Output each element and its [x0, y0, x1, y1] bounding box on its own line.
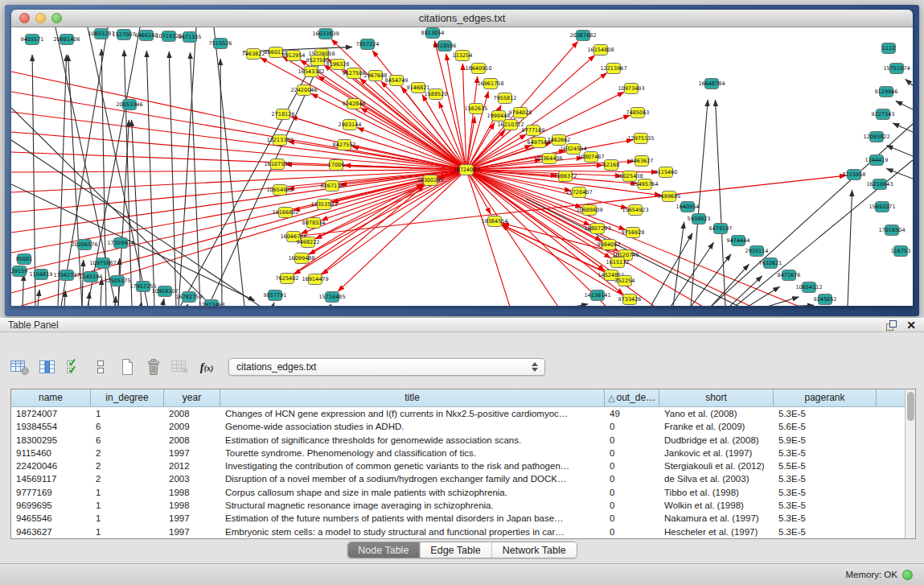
graph-node-label: 7955812 [494, 95, 517, 101]
table-toolbar: f(x) [10, 355, 216, 379]
graph-node-label: 6671355 [179, 34, 202, 40]
graph-edge [58, 55, 67, 306]
graph-node-label: 7986372 [554, 173, 577, 179]
vertical-scrollbar[interactable] [905, 389, 915, 538]
graph-node-label: 5938923 [688, 216, 711, 222]
graph-edge [466, 170, 510, 306]
delete-icon[interactable] [144, 356, 163, 377]
table-row[interactable]: 946554611997Estimation of the future num… [11, 512, 905, 525]
table-cell: 2008 [164, 407, 220, 420]
table-cell: 2008 [164, 434, 220, 447]
close-panel-icon[interactable]: ✕ [906, 319, 916, 332]
graph-node-label: 12505175 [104, 278, 130, 284]
table-select[interactable]: citations_edges.txt [228, 358, 545, 376]
graph-node-label: 85081 [16, 256, 33, 262]
table-row[interactable]: 1456911722003Disruption of a novel membe… [11, 472, 905, 485]
table-row[interactable]: 946362711997Embryonic stem cells: a mode… [11, 525, 905, 538]
table-row[interactable]: 969969511998Structural magnetic resonanc… [11, 499, 905, 512]
graph-edge [190, 52, 200, 306]
graph-edge [848, 190, 852, 306]
graph-node-label: 1527007 [113, 31, 136, 38]
node-table: namein_degreeyeartitle△out_de…shortpager… [10, 389, 916, 539]
graph-node-label: 6466160 [135, 32, 158, 39]
column-header-outde[interactable]: △out_de… [605, 389, 659, 406]
table-cell: Investigating the contribution of common… [220, 459, 605, 472]
graph-node-label: 15720407 [565, 189, 592, 196]
graph-edge [893, 123, 913, 132]
column-header-title[interactable]: title [220, 389, 605, 406]
graph-node-label: 18300295 [417, 177, 443, 183]
graph-node-label: 10807487 [577, 154, 604, 160]
network-canvas[interactable]: 9405571206914061065528715270076466160107… [11, 27, 913, 306]
table-cell: 2 [91, 472, 164, 485]
float-panel-icon[interactable] [885, 319, 898, 332]
graph-node-label: 16154808 [587, 47, 614, 53]
zoom-window-button[interactable] [51, 13, 62, 23]
graph-node-label: 8878334 [302, 220, 326, 226]
graph-edge [715, 100, 725, 306]
table-row[interactable]: 1830029562008Estimation of significance … [11, 434, 905, 447]
graph-edge [162, 299, 164, 306]
graph-node-label: 9474444 [727, 237, 750, 244]
memory-indicator[interactable] [902, 570, 913, 580]
table-row[interactable]: 1872400712008Changes of HCN gene express… [11, 407, 905, 420]
window-titlebar[interactable]: citations_edges.txt [11, 10, 913, 27]
graph-node-label: 12353593 [310, 201, 337, 208]
unselect-all-icon[interactable] [91, 356, 110, 377]
graph-edge [141, 302, 142, 306]
graph-node-label: 10975887 [89, 260, 116, 266]
graph-node-label: 8471676 [778, 272, 801, 278]
table-settings-icon[interactable] [10, 356, 31, 377]
graph-node-label: 20206576 [71, 241, 97, 248]
table-cell: 1997 [164, 512, 220, 525]
graph-node-label: 9498222 [297, 239, 320, 245]
table-cell: Dudbridge et al. (2008) [659, 434, 774, 447]
table-cell: Changes of HCN gene expression and I(f) … [220, 407, 605, 420]
graph-node-label: 1640954 [676, 204, 700, 210]
graph-node-label: 18807293 [584, 225, 610, 232]
table-cell: 5.3E-5 [774, 499, 877, 512]
table-cell: 2003 [164, 472, 220, 485]
table-cell: 0 [605, 472, 659, 485]
graph-edge [115, 296, 116, 306]
column-header-indegree[interactable]: in_degree [91, 389, 164, 406]
graph-node-label: 2903144 [339, 122, 362, 128]
table-cell: Jankovic et al. (1997) [659, 447, 774, 459]
new-document-icon[interactable] [117, 356, 137, 377]
column-header-name[interactable]: name [11, 389, 91, 406]
table-row[interactable]: 911546021997Tourette syndrome. Phenomeno… [11, 447, 905, 459]
table-cell: 2012 [164, 459, 220, 472]
table-cell: 9777169 [11, 486, 91, 499]
table-row[interactable]: 977716911998Corpus callosum shape and si… [11, 486, 905, 499]
minimize-window-button[interactable] [35, 13, 46, 23]
table-cell: Wolkin et al. (1998) [659, 499, 774, 512]
table-row[interactable]: 1938455462009Genome-wide association stu… [11, 420, 905, 433]
column-header-pagerank[interactable]: pagerank [774, 389, 877, 406]
close-window-button[interactable] [19, 13, 30, 23]
scrollbar-thumb[interactable] [907, 392, 914, 421]
network-window: citations_edges.txt 94055712069140610655… [11, 10, 913, 307]
graph-edge [886, 146, 913, 156]
table-cell: 0 [605, 499, 659, 512]
column-header-short[interactable]: short [659, 389, 774, 406]
table-cell: 5.9E-5 [774, 434, 877, 447]
column-header-year[interactable]: year [164, 389, 220, 406]
tab-network-table[interactable]: Network Table [492, 542, 577, 558]
table-cell: 5.3E-5 [774, 407, 877, 420]
function-builder-icon[interactable]: f(x) [197, 356, 216, 377]
graph-node-label: 9218506 [433, 43, 457, 49]
table-cell: 2 [91, 459, 164, 472]
graph-node-label: 8196328 [326, 61, 350, 68]
table-row[interactable]: 2242004622012Investigating the contribut… [11, 459, 905, 472]
graph-node-label: 9857791 [264, 292, 287, 299]
column-select-icon[interactable] [38, 356, 57, 377]
select-all-icon[interactable] [64, 356, 84, 377]
sort-ascending-icon: △ [608, 393, 614, 402]
table-cell: de Silva et al. (2003) [659, 472, 774, 485]
tab-edge-table[interactable]: Edge Table [420, 542, 491, 558]
delete-table-icon[interactable] [170, 356, 190, 377]
graph-edge [344, 69, 466, 170]
tab-node-table[interactable]: Node Table [347, 542, 420, 558]
graph-node-label: 12093822 [863, 134, 889, 140]
graph-node-label: 15751074 [883, 65, 910, 72]
